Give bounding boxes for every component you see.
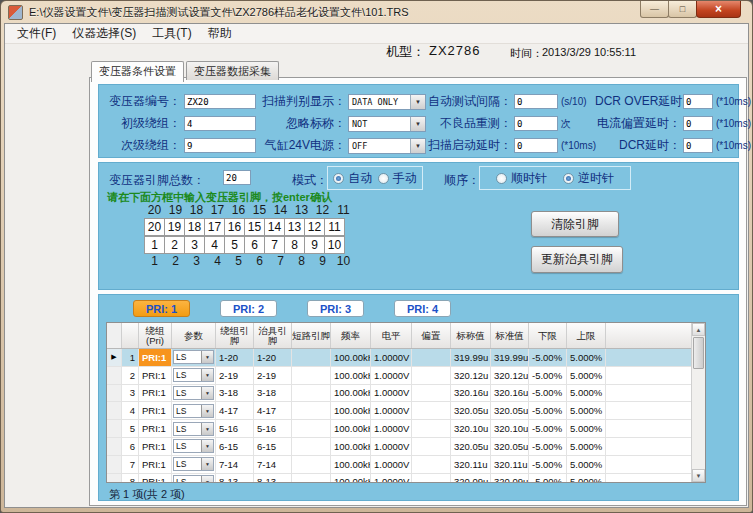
pin-input[interactable]: 11	[324, 218, 345, 236]
close-button[interactable]: ×	[696, 1, 741, 18]
pri-tab-2[interactable]: PRI: 2	[220, 300, 277, 317]
main-tab[interactable]: 变压器数据采集	[186, 61, 279, 80]
chevron-down-icon[interactable]: ▼	[410, 139, 425, 153]
dcr-over-delay-input[interactable]	[683, 94, 713, 109]
pin-input[interactable]: 1	[144, 236, 165, 254]
pin-input[interactable]: 17	[204, 218, 225, 236]
cell-bias[interactable]	[412, 420, 451, 437]
cell-fixture_pins[interactable]: 3-18	[254, 385, 292, 402]
pin-input[interactable]: 6	[244, 236, 265, 254]
table-row[interactable]: 8PRI:1LS▼8-138-13100.00kHz1.0000V320.09u…	[107, 474, 691, 482]
cell-bias[interactable]	[412, 349, 451, 366]
param-dropdown[interactable]: LS▼	[173, 368, 214, 382]
pin-input[interactable]: 19	[164, 218, 185, 236]
param-cell[interactable]: LS▼	[172, 456, 216, 473]
auto-test-interval-input[interactable]	[514, 94, 558, 109]
cell-bias[interactable]	[412, 385, 451, 402]
cell-bias[interactable]	[412, 456, 451, 473]
cell-fixture_pins[interactable]: 7-14	[254, 456, 292, 473]
cell-lower[interactable]: -5.00%	[529, 367, 567, 384]
cell-standard[interactable]: 320.16u	[491, 385, 529, 402]
cell-level[interactable]: 1.0000V	[371, 367, 412, 384]
param-dropdown[interactable]: LS▼	[173, 475, 214, 482]
cell-short_pins[interactable]	[292, 349, 331, 366]
cell-freq[interactable]: 100.00kHz	[331, 349, 371, 366]
cell-level[interactable]: 1.0000V	[371, 385, 412, 402]
cell-nominal[interactable]: 320.10u	[451, 420, 491, 437]
cell-level[interactable]: 1.0000V	[371, 349, 412, 366]
cell-nominal[interactable]: 320.05u	[451, 402, 491, 419]
cell-upper[interactable]: 5.000%	[567, 420, 606, 437]
cell-standard[interactable]: 320.09u	[491, 474, 529, 482]
cell-freq[interactable]: 100.00kHz	[331, 367, 371, 384]
cell-lower[interactable]: -5.00%	[529, 438, 567, 455]
param-dropdown[interactable]: LS▼	[173, 422, 214, 436]
cell-bias[interactable]	[412, 438, 451, 455]
row-selector[interactable]: ▶	[107, 349, 122, 366]
minimize-button[interactable]: —	[640, 1, 669, 18]
cell-winding[interactable]: PRI:1	[139, 456, 172, 473]
scroll-down-icon[interactable]: ▼	[692, 469, 705, 482]
cell-fixture_pins[interactable]: 8-13	[254, 474, 292, 482]
chevron-down-icon[interactable]: ▼	[201, 440, 213, 452]
pri-tab-1[interactable]: PRI: 1	[133, 300, 190, 317]
cell-fixture_pins[interactable]: 2-19	[254, 367, 292, 384]
cell-level[interactable]: 1.0000V	[371, 402, 412, 419]
maximize-button[interactable]: □	[668, 1, 697, 18]
param-cell[interactable]: LS▼	[172, 349, 216, 366]
cell-freq[interactable]: 100.00kHz	[331, 402, 371, 419]
pin-input[interactable]: 13	[284, 218, 305, 236]
cell-winding[interactable]: PRI:1	[139, 349, 172, 366]
chevron-down-icon[interactable]: ▼	[201, 476, 213, 482]
cell-winding[interactable]: PRI:1	[139, 385, 172, 402]
param-cell[interactable]: LS▼	[172, 402, 216, 419]
cell-nominal[interactable]: 320.16u	[451, 385, 491, 402]
cell-bias[interactable]	[412, 367, 451, 384]
cell-winding_pins[interactable]: 6-15	[216, 438, 254, 455]
primary-winding-input[interactable]	[184, 116, 256, 131]
row-selector[interactable]	[107, 402, 122, 419]
cell-lower[interactable]: -5.00%	[529, 385, 567, 402]
cell-freq[interactable]: 100.00kHz	[331, 420, 371, 437]
scrollbar-track[interactable]	[692, 370, 705, 469]
cell-upper[interactable]: 5.000%	[567, 367, 606, 384]
mode-auto-radio[interactable]: 自动	[333, 170, 372, 187]
cell-fixture_pins[interactable]: 6-15	[254, 438, 292, 455]
scrollbar-thumb[interactable]	[693, 337, 704, 369]
cell-freq[interactable]: 100.00kHz	[331, 438, 371, 455]
row-selector[interactable]	[107, 474, 122, 482]
cell-standard[interactable]: 320.11u	[491, 456, 529, 473]
cell-standard[interactable]: 320.12u	[491, 367, 529, 384]
pin-input[interactable]: 15	[244, 218, 265, 236]
param-dropdown[interactable]: LS▼	[173, 457, 214, 471]
update-fixture-pins-button[interactable]: 更新治具引脚	[531, 246, 623, 273]
cell-nominal[interactable]: 320.12u	[451, 367, 491, 384]
cell-winding_pins[interactable]: 1-20	[216, 349, 254, 366]
cell-upper[interactable]: 5.000%	[567, 456, 606, 473]
cell-upper[interactable]: 5.000%	[567, 402, 606, 419]
cell-winding_pins[interactable]: 7-14	[216, 456, 254, 473]
table-row[interactable]: 3PRI:1LS▼3-183-18100.00kHz1.0000V320.16u…	[107, 385, 691, 403]
cell-winding[interactable]: PRI:1	[139, 474, 172, 482]
cell-standard[interactable]: 320.10u	[491, 420, 529, 437]
chevron-down-icon[interactable]: ▼	[201, 405, 213, 417]
cell-standard[interactable]: 320.05u	[491, 438, 529, 455]
main-tab[interactable]: 变压器条件设置	[91, 61, 184, 82]
table-row[interactable]: 2PRI:1LS▼2-192-19100.00kHz1.0000V320.12u…	[107, 367, 691, 385]
param-cell[interactable]: LS▼	[172, 385, 216, 402]
cell-standard[interactable]: 320.05u	[491, 402, 529, 419]
pri-tab-4[interactable]: PRI: 4	[394, 300, 451, 317]
cell-nominal[interactable]: 320.09u	[451, 474, 491, 482]
pin-input[interactable]: 5	[224, 236, 245, 254]
cell-upper[interactable]: 5.000%	[567, 349, 606, 366]
param-cell[interactable]: LS▼	[172, 420, 216, 437]
cell-bias[interactable]	[412, 402, 451, 419]
pin-input[interactable]: 7	[264, 236, 285, 254]
cell-nominal[interactable]: 320.11u	[451, 456, 491, 473]
chevron-down-icon[interactable]: ▼	[201, 458, 213, 470]
dcr-delay-input[interactable]	[683, 138, 713, 153]
pin-input[interactable]: 10	[324, 236, 345, 254]
chevron-down-icon[interactable]: ▼	[201, 423, 213, 435]
cell-upper[interactable]: 5.000%	[567, 474, 606, 482]
param-dropdown[interactable]: LS▼	[173, 386, 214, 400]
